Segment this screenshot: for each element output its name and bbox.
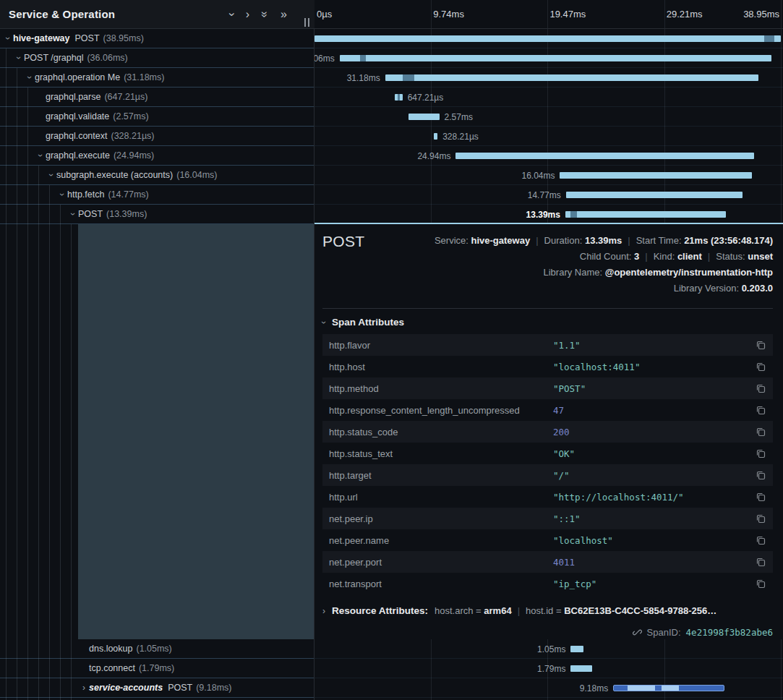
span-attributes-header[interactable]: › Span Attributes xyxy=(322,317,404,328)
span-name-cell[interactable]: dns.lookup(1.05ms) xyxy=(0,639,314,659)
copy-icon[interactable] xyxy=(751,427,766,437)
span-name-cell[interactable]: ›graphql.execute(24.94ms) xyxy=(0,146,314,166)
span-bar-cell: 14.77ms xyxy=(315,185,783,205)
span-bar[interactable] xyxy=(395,94,403,101)
span-operation-name: graphql.operation Me xyxy=(35,72,120,82)
span-operation-name: POST /graphql xyxy=(24,53,83,63)
meta-separator: | xyxy=(518,605,520,616)
span-name-cell[interactable]: tcp.connect(1.79ms) xyxy=(0,659,314,678)
copy-icon[interactable] xyxy=(751,579,766,589)
span-name-cell[interactable]: ›hive-gatewayPOST(38.95ms) xyxy=(0,29,314,48)
detail-meta-key: Service: xyxy=(435,235,471,246)
span-duration: (9.18ms) xyxy=(196,683,231,693)
timeline-tick-label: 9.74ms xyxy=(433,9,464,20)
attribute-value: "localhost" xyxy=(553,535,751,546)
span-bar-cell: 13.39ms xyxy=(315,205,783,224)
span-name-cell[interactable]: ›POST(13.39ms) xyxy=(0,205,314,224)
span-duration: (24.94ms) xyxy=(114,150,154,161)
span-duration-label: 13.39ms xyxy=(526,210,560,220)
collapse-arrow-icon[interactable]: › xyxy=(46,170,56,180)
span-name-cell[interactable]: ›http.fetch(14.77ms) xyxy=(0,185,314,205)
span-operation-name: graphql.validate xyxy=(46,111,109,121)
trace-span-row: graphql.validate(2.57ms)2.57ms xyxy=(0,107,783,127)
resource-value: BC62E13B-C4CC-5854-9788-256… xyxy=(564,605,716,616)
span-name-cell[interactable]: ›subgraph.execute (accounts)(16.04ms) xyxy=(0,166,314,185)
span-bar[interactable] xyxy=(408,114,440,120)
trace-span-row: ›graphql.execute(24.94ms)24.94ms xyxy=(0,146,783,166)
span-bar[interactable] xyxy=(570,665,592,672)
span-bar[interactable] xyxy=(566,192,743,198)
span-name-cell[interactable]: ›service-accountsPOST(9.18ms) xyxy=(0,678,314,698)
attribute-table: http.flavor"1.1"http.host"localhost:4011… xyxy=(322,334,773,594)
chevron-right-icon[interactable]: › xyxy=(246,9,249,20)
span-bar[interactable] xyxy=(385,74,758,81)
copy-icon[interactable] xyxy=(751,448,766,458)
span-bar[interactable] xyxy=(613,685,724,691)
chevron-down-icon: › xyxy=(319,321,329,324)
header-icon-group: › › » » xyxy=(230,9,287,20)
copy-icon[interactable] xyxy=(751,492,766,502)
span-bar[interactable] xyxy=(455,153,754,159)
indent-guide xyxy=(60,205,61,700)
span-operation-name: POST xyxy=(78,209,103,219)
double-chevron-right-icon[interactable]: » xyxy=(281,9,287,20)
span-duration-label: 328.21µs xyxy=(442,132,479,142)
detail-meta-key: Child Count: xyxy=(580,251,634,262)
collapse-arrow-icon[interactable]: › xyxy=(35,150,46,161)
collapse-arrow-icon[interactable]: › xyxy=(3,33,13,43)
detail-meta-line: Child Count: 3|Kind: client|Status: unse… xyxy=(435,249,773,265)
span-duration: (2.57ms) xyxy=(113,111,148,121)
double-chevron-down-icon[interactable]: » xyxy=(260,11,271,17)
indent-guide xyxy=(71,224,72,700)
span-id-value: 4e21998f3b82abe6 xyxy=(686,627,773,638)
copy-icon[interactable] xyxy=(751,340,766,350)
resource-attributes-row[interactable]: › Resource Attributes: host.arch = arm64… xyxy=(322,605,716,616)
copy-icon[interactable] xyxy=(751,513,766,524)
span-name-cell[interactable]: graphql.validate(2.57ms) xyxy=(0,107,314,127)
span-name-cell[interactable]: graphql.context(328.21µs) xyxy=(0,127,314,146)
selected-span-block[interactable] xyxy=(78,224,314,639)
attribute-key: http.status_text xyxy=(329,448,553,459)
detail-meta-line: Library Version: 0.203.0 xyxy=(435,281,773,296)
span-bar-cell: 36.06ms xyxy=(315,48,783,68)
collapse-arrow-icon[interactable]: › xyxy=(25,72,35,82)
span-bar-cell: 328.21µs xyxy=(315,127,783,146)
span-service-name: hive-gateway xyxy=(13,33,70,43)
collapse-arrow-icon[interactable]: › xyxy=(68,209,78,219)
chevron-down-icon[interactable]: › xyxy=(226,12,237,16)
copy-icon[interactable] xyxy=(751,383,766,393)
timeline-header: 0µs9.74ms19.47ms29.21ms38.95ms xyxy=(315,0,783,29)
timeline-tick-label: 38.95ms xyxy=(743,9,779,20)
meta-separator: | xyxy=(645,251,647,262)
span-name-cell[interactable]: ›POST /graphql(36.06ms) xyxy=(0,48,314,68)
left-panel-header: Service & Operation › › » » xyxy=(0,0,315,29)
chevron-right-icon: › xyxy=(322,606,325,616)
copy-icon[interactable] xyxy=(751,405,766,415)
attribute-value: "::1" xyxy=(553,513,751,524)
span-bar[interactable] xyxy=(565,211,726,218)
collapse-arrow-icon[interactable]: › xyxy=(57,189,67,200)
span-duration-label: 24.94ms xyxy=(417,151,450,161)
copy-icon[interactable] xyxy=(751,535,766,545)
span-bar-segment xyxy=(662,686,680,691)
copy-icon[interactable] xyxy=(751,470,766,480)
span-bar[interactable] xyxy=(570,646,583,652)
span-name-cell[interactable]: ›graphql.operation Me(31.18ms) xyxy=(0,68,314,88)
expand-arrow-icon[interactable]: › xyxy=(79,683,89,693)
link-icon[interactable] xyxy=(633,628,642,637)
span-name-cell[interactable]: graphql.parse(647.21µs) xyxy=(0,88,314,107)
span-duration: (13.39ms) xyxy=(106,209,147,219)
span-bar[interactable] xyxy=(434,133,437,140)
attribute-key: net.peer.name xyxy=(329,535,553,546)
span-bar[interactable] xyxy=(315,35,781,42)
attribute-value: 4011 xyxy=(553,557,751,568)
collapse-arrow-icon[interactable]: › xyxy=(14,53,24,63)
span-bar[interactable] xyxy=(560,172,752,179)
copy-icon[interactable] xyxy=(751,362,766,372)
copy-icon[interactable] xyxy=(751,557,766,567)
span-bar[interactable] xyxy=(340,55,771,61)
panel-resize-grip[interactable] xyxy=(304,18,309,27)
trace-span-row: dns.lookup(1.05ms)1.05ms xyxy=(0,639,783,659)
span-duration-label: 9.18ms xyxy=(580,683,608,693)
detail-meta-value: hive-gateway xyxy=(471,235,531,246)
